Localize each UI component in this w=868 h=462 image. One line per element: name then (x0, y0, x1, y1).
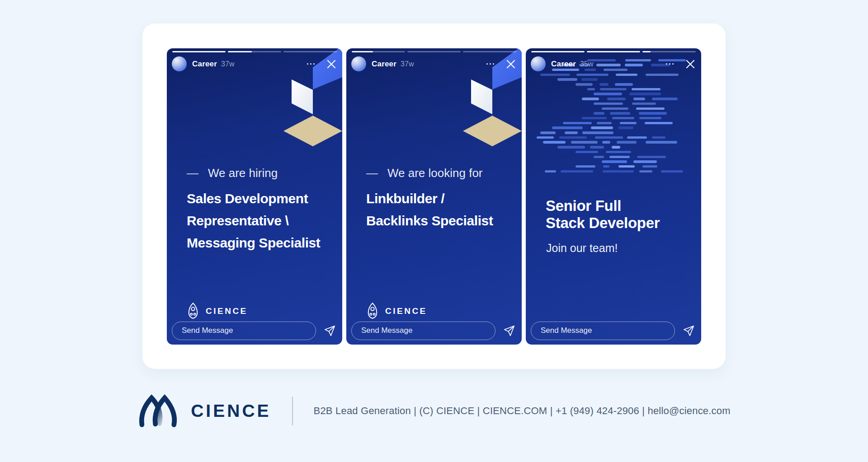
story-title-line: Stack Developer (546, 215, 660, 232)
code-pattern-decoration (534, 59, 698, 177)
story-header: Career 35w (531, 56, 696, 72)
rocket-icon (186, 302, 200, 320)
progress-segment (283, 51, 337, 52)
footer-brand-wordmark: CIENCE (191, 401, 271, 421)
share-icon[interactable] (503, 325, 515, 337)
story-username[interactable]: Career (551, 60, 576, 69)
story-sales-development: Career 37w — We are hiring Sales Develop… (167, 48, 342, 345)
story-brand: CIENCE (186, 302, 248, 320)
story-progress-bar (172, 51, 337, 52)
cience-logo-mark-icon (137, 392, 181, 430)
story-subtitle: Join our team! (546, 242, 618, 255)
progress-segment (172, 51, 226, 52)
close-icon[interactable] (326, 58, 337, 70)
story-title-line: Backlinks Specialist (366, 210, 493, 232)
story-brand-label: CIENCE (385, 306, 427, 316)
progress-segment (463, 51, 516, 52)
send-message-placeholder: Send Message (361, 326, 412, 335)
story-title-line: Linkbuilder / (366, 187, 493, 210)
progress-segment (531, 51, 585, 52)
story-brand-label: CIENCE (206, 306, 248, 316)
code-line (540, 131, 619, 134)
story-title: Sales DevelopmentRepresentative \Messagi… (187, 187, 320, 254)
code-line (557, 78, 604, 81)
send-message-input[interactable]: Send Message (351, 322, 495, 340)
story-linkbuilder: Career 37w — We are looking for Linkbuil… (346, 48, 522, 345)
story-title: Linkbuilder /Backlinks Specialist (366, 187, 493, 232)
code-line (576, 83, 640, 86)
story-age: 37w (221, 60, 234, 68)
progress-segment (642, 51, 696, 52)
avatar[interactable] (351, 56, 366, 71)
progress-segment (587, 51, 640, 52)
code-line (563, 122, 681, 125)
progress-segment (352, 51, 405, 52)
code-line (540, 74, 685, 76)
send-message-input[interactable]: Send Message (172, 322, 316, 340)
rocket-icon (365, 302, 380, 320)
more-options-icon[interactable] (486, 63, 495, 65)
code-line (576, 165, 666, 168)
code-line (582, 117, 667, 120)
progress-segment (228, 51, 281, 52)
avatar[interactable] (172, 56, 187, 71)
code-line (582, 98, 682, 100)
progress-segment (407, 51, 461, 52)
kicker-dash: — (187, 166, 198, 180)
story-title-line: Messaging Specialist (187, 232, 320, 254)
avatar[interactable] (531, 56, 546, 71)
kicker-dash: — (366, 166, 378, 180)
close-icon[interactable] (505, 58, 517, 70)
stories-card: Career 37w — We are hiring Sales Develop… (142, 23, 726, 369)
code-line (543, 141, 686, 144)
send-message-placeholder: Send Message (541, 326, 592, 335)
share-icon[interactable] (683, 325, 695, 337)
story-title: Senior FullStack Developer (546, 197, 660, 232)
story-progress-bar (352, 51, 516, 52)
footer: CIENCE B2B Lead Generation | (C) CIENCE … (0, 392, 868, 430)
more-options-icon[interactable] (666, 63, 674, 65)
close-icon[interactable] (684, 58, 696, 70)
story-age: 35w (580, 60, 593, 68)
story-kicker: — We are hiring (187, 166, 278, 180)
story-kicker: — We are looking for (366, 166, 483, 180)
code-line (602, 160, 665, 163)
code-line (537, 136, 670, 139)
story-header: Career 37w (172, 56, 337, 72)
code-line (594, 112, 676, 115)
story-title-line: Sales Development (187, 187, 320, 210)
code-line (545, 170, 688, 173)
story-title-line: Representative \ (187, 210, 320, 232)
story-title-line: Senior Full (546, 197, 660, 215)
code-line (594, 93, 668, 95)
footer-tagline: B2B Lead Generation | (C) CIENCE | CIENC… (314, 405, 731, 417)
story-username[interactable]: Career (192, 60, 217, 69)
more-options-icon[interactable] (307, 63, 315, 65)
kicker-text: We are hiring (208, 166, 278, 180)
share-icon[interactable] (324, 325, 336, 337)
footer-logo: CIENCE (137, 392, 271, 430)
code-line (557, 146, 625, 149)
code-line (576, 151, 638, 154)
story-senior-fullstack: Career 35w Senior FullStack Developer Jo… (526, 48, 701, 345)
code-line (587, 88, 667, 91)
code-line (602, 107, 670, 110)
kicker-text: We are looking for (387, 166, 483, 180)
send-message-input[interactable]: Send Message (531, 322, 675, 340)
story-header: Career 37w (351, 56, 517, 72)
story-username[interactable]: Career (372, 60, 396, 69)
story-age: 37w (401, 60, 414, 68)
story-brand: CIENCE (365, 302, 427, 320)
code-line (552, 126, 640, 129)
footer-divider (292, 397, 293, 425)
code-line (594, 156, 671, 159)
stories-row: Career 37w — We are hiring Sales Develop… (167, 48, 701, 345)
story-progress-bar (531, 51, 696, 52)
code-line (594, 103, 665, 105)
send-message-placeholder: Send Message (182, 326, 233, 335)
